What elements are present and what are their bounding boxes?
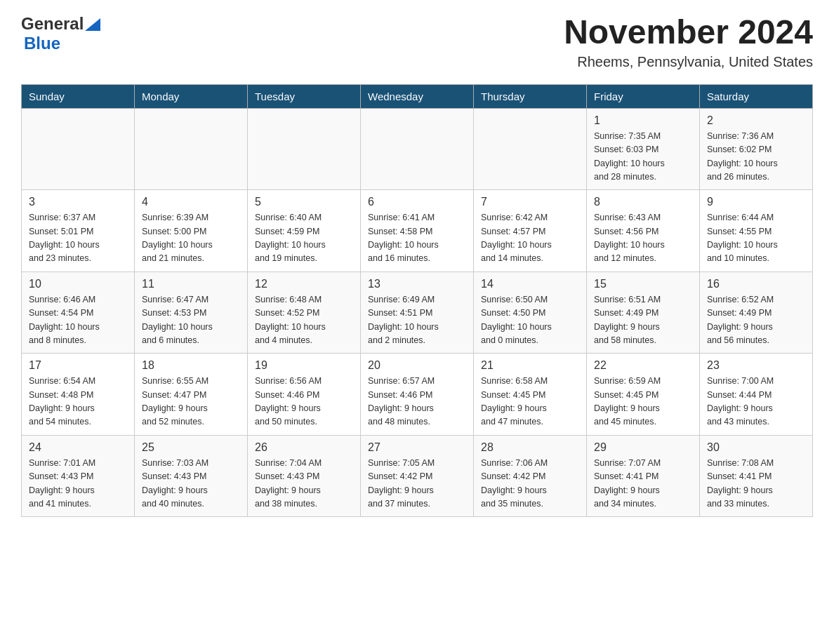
svg-marker-0	[85, 18, 100, 31]
day-number: 4	[142, 196, 240, 208]
day-info: Sunrise: 7:03 AM Sunset: 4:43 PM Dayligh…	[142, 457, 240, 511]
day-number: 22	[594, 359, 692, 372]
calendar-day-cell: 20Sunrise: 6:57 AM Sunset: 4:46 PM Dayli…	[361, 354, 474, 436]
calendar-day-cell: 16Sunrise: 6:52 AM Sunset: 4:49 PM Dayli…	[700, 271, 813, 354]
day-number: 30	[707, 441, 805, 454]
calendar-day-cell: 5Sunrise: 6:40 AM Sunset: 4:59 PM Daylig…	[248, 190, 361, 272]
day-number: 18	[142, 359, 240, 372]
calendar-day-cell: 19Sunrise: 6:56 AM Sunset: 4:46 PM Dayli…	[248, 354, 361, 436]
calendar-week-row: 3Sunrise: 6:37 AM Sunset: 5:01 PM Daylig…	[22, 190, 813, 272]
day-info: Sunrise: 6:50 AM Sunset: 4:50 PM Dayligh…	[481, 293, 579, 348]
day-info: Sunrise: 6:47 AM Sunset: 4:53 PM Dayligh…	[142, 293, 240, 348]
day-info: Sunrise: 6:43 AM Sunset: 4:56 PM Dayligh…	[594, 211, 692, 266]
day-number: 14	[481, 278, 579, 290]
day-number: 27	[368, 441, 466, 454]
calendar-day-cell: 13Sunrise: 6:49 AM Sunset: 4:51 PM Dayli…	[361, 271, 474, 354]
calendar-day-cell: 23Sunrise: 7:00 AM Sunset: 4:44 PM Dayli…	[700, 354, 813, 436]
day-number: 10	[29, 278, 127, 290]
day-info: Sunrise: 6:56 AM Sunset: 4:46 PM Dayligh…	[255, 375, 353, 429]
calendar-day-cell	[248, 108, 361, 190]
calendar-day-cell: 26Sunrise: 7:04 AM Sunset: 4:43 PM Dayli…	[248, 435, 361, 517]
calendar-day-cell: 9Sunrise: 6:44 AM Sunset: 4:55 PM Daylig…	[700, 190, 813, 272]
month-title: November 2024	[564, 14, 813, 51]
day-info: Sunrise: 7:01 AM Sunset: 4:43 PM Dayligh…	[29, 457, 127, 511]
day-number: 3	[29, 196, 127, 208]
day-info: Sunrise: 7:07 AM Sunset: 4:41 PM Dayligh…	[594, 457, 692, 511]
calendar-header-row: SundayMondayTuesdayWednesdayThursdayFrid…	[22, 84, 813, 108]
calendar-day-cell: 30Sunrise: 7:08 AM Sunset: 4:41 PM Dayli…	[700, 435, 813, 517]
calendar-day-cell: 24Sunrise: 7:01 AM Sunset: 4:43 PM Dayli…	[22, 435, 135, 517]
calendar-week-row: 1Sunrise: 7:35 AM Sunset: 6:03 PM Daylig…	[22, 108, 813, 190]
calendar-day-cell: 4Sunrise: 6:39 AM Sunset: 5:00 PM Daylig…	[135, 190, 248, 272]
calendar-day-cell: 3Sunrise: 6:37 AM Sunset: 5:01 PM Daylig…	[22, 190, 135, 272]
location-title: Rheems, Pennsylvania, United States	[564, 54, 813, 70]
calendar-day-cell: 1Sunrise: 7:35 AM Sunset: 6:03 PM Daylig…	[587, 108, 700, 190]
day-info: Sunrise: 6:41 AM Sunset: 4:58 PM Dayligh…	[368, 211, 466, 266]
calendar-day-cell: 8Sunrise: 6:43 AM Sunset: 4:56 PM Daylig…	[587, 190, 700, 272]
day-number: 6	[368, 196, 466, 208]
day-number: 11	[142, 278, 240, 290]
calendar-day-cell	[361, 108, 474, 190]
logo-general-text: General	[21, 14, 84, 34]
weekday-header: Sunday	[22, 84, 135, 108]
calendar-day-cell: 11Sunrise: 6:47 AM Sunset: 4:53 PM Dayli…	[135, 271, 248, 354]
day-number: 13	[368, 278, 466, 290]
calendar-table: SundayMondayTuesdayWednesdayThursdayFrid…	[21, 84, 813, 518]
day-info: Sunrise: 6:51 AM Sunset: 4:49 PM Dayligh…	[594, 293, 692, 348]
day-number: 9	[707, 196, 805, 208]
day-number: 17	[29, 359, 127, 372]
day-info: Sunrise: 6:39 AM Sunset: 5:00 PM Dayligh…	[142, 211, 240, 266]
day-info: Sunrise: 7:04 AM Sunset: 4:43 PM Dayligh…	[255, 457, 353, 511]
day-info: Sunrise: 7:05 AM Sunset: 4:42 PM Dayligh…	[368, 457, 466, 511]
calendar-week-row: 10Sunrise: 6:46 AM Sunset: 4:54 PM Dayli…	[22, 271, 813, 354]
calendar-day-cell: 18Sunrise: 6:55 AM Sunset: 4:47 PM Dayli…	[135, 354, 248, 436]
calendar-week-row: 17Sunrise: 6:54 AM Sunset: 4:48 PM Dayli…	[22, 354, 813, 436]
weekday-header: Monday	[135, 84, 248, 108]
weekday-header: Tuesday	[248, 84, 361, 108]
calendar-day-cell: 12Sunrise: 6:48 AM Sunset: 4:52 PM Dayli…	[248, 271, 361, 354]
calendar-day-cell: 27Sunrise: 7:05 AM Sunset: 4:42 PM Dayli…	[361, 435, 474, 517]
calendar-day-cell: 25Sunrise: 7:03 AM Sunset: 4:43 PM Dayli…	[135, 435, 248, 517]
calendar-day-cell: 10Sunrise: 6:46 AM Sunset: 4:54 PM Dayli…	[22, 271, 135, 354]
day-info: Sunrise: 7:36 AM Sunset: 6:02 PM Dayligh…	[707, 130, 805, 185]
calendar-day-cell: 28Sunrise: 7:06 AM Sunset: 4:42 PM Dayli…	[474, 435, 587, 517]
day-number: 24	[29, 441, 127, 454]
day-info: Sunrise: 7:08 AM Sunset: 4:41 PM Dayligh…	[707, 457, 805, 511]
day-info: Sunrise: 6:42 AM Sunset: 4:57 PM Dayligh…	[481, 211, 579, 266]
day-info: Sunrise: 6:46 AM Sunset: 4:54 PM Dayligh…	[29, 293, 127, 348]
day-number: 20	[368, 359, 466, 372]
calendar-day-cell: 14Sunrise: 6:50 AM Sunset: 4:50 PM Dayli…	[474, 271, 587, 354]
day-number: 19	[255, 359, 353, 372]
day-info: Sunrise: 7:35 AM Sunset: 6:03 PM Dayligh…	[594, 130, 692, 185]
calendar-day-cell	[22, 108, 135, 190]
calendar-day-cell: 17Sunrise: 6:54 AM Sunset: 4:48 PM Dayli…	[22, 354, 135, 436]
day-number: 5	[255, 196, 353, 208]
calendar-day-cell: 15Sunrise: 6:51 AM Sunset: 4:49 PM Dayli…	[587, 271, 700, 354]
logo: General Blue	[21, 14, 100, 53]
day-number: 1	[594, 114, 692, 127]
day-number: 15	[594, 278, 692, 290]
day-info: Sunrise: 6:58 AM Sunset: 4:45 PM Dayligh…	[481, 375, 579, 429]
day-info: Sunrise: 6:55 AM Sunset: 4:47 PM Dayligh…	[142, 375, 240, 429]
calendar-day-cell: 22Sunrise: 6:59 AM Sunset: 4:45 PM Dayli…	[587, 354, 700, 436]
calendar-week-row: 24Sunrise: 7:01 AM Sunset: 4:43 PM Dayli…	[22, 435, 813, 517]
day-number: 29	[594, 441, 692, 454]
day-info: Sunrise: 6:59 AM Sunset: 4:45 PM Dayligh…	[594, 375, 692, 429]
day-info: Sunrise: 6:40 AM Sunset: 4:59 PM Dayligh…	[255, 211, 353, 266]
logo-triangle-icon	[85, 18, 100, 31]
day-number: 21	[481, 359, 579, 372]
calendar-day-cell: 7Sunrise: 6:42 AM Sunset: 4:57 PM Daylig…	[474, 190, 587, 272]
day-number: 8	[594, 196, 692, 208]
day-info: Sunrise: 6:57 AM Sunset: 4:46 PM Dayligh…	[368, 375, 466, 429]
weekday-header: Saturday	[700, 84, 813, 108]
logo-blue-text: Blue	[24, 34, 60, 53]
page-header: General Blue November 2024 Rheems, Penns…	[21, 14, 813, 70]
day-info: Sunrise: 6:44 AM Sunset: 4:55 PM Dayligh…	[707, 211, 805, 266]
day-number: 16	[707, 278, 805, 290]
day-number: 28	[481, 441, 579, 454]
calendar-day-cell: 21Sunrise: 6:58 AM Sunset: 4:45 PM Dayli…	[474, 354, 587, 436]
day-info: Sunrise: 6:37 AM Sunset: 5:01 PM Dayligh…	[29, 211, 127, 266]
calendar-day-cell: 29Sunrise: 7:07 AM Sunset: 4:41 PM Dayli…	[587, 435, 700, 517]
day-info: Sunrise: 7:06 AM Sunset: 4:42 PM Dayligh…	[481, 457, 579, 511]
day-info: Sunrise: 6:48 AM Sunset: 4:52 PM Dayligh…	[255, 293, 353, 348]
